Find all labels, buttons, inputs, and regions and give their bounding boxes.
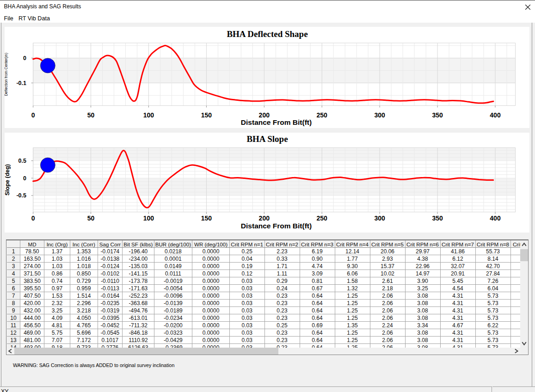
svg-text:150: 150 bbox=[201, 111, 212, 119]
svg-text:BHA Deflected Shape: BHA Deflected Shape bbox=[227, 29, 307, 39]
svg-text:0: 0 bbox=[23, 175, 26, 182]
svg-text:Slope (deg): Slope (deg) bbox=[5, 164, 11, 196]
svg-text:200: 200 bbox=[259, 214, 270, 222]
svg-text:400: 400 bbox=[490, 111, 501, 119]
svg-text:300: 300 bbox=[374, 214, 385, 222]
svg-text:150: 150 bbox=[201, 214, 212, 222]
svg-text:250: 250 bbox=[317, 111, 328, 119]
svg-text:Distance From Bit(ft): Distance From Bit(ft) bbox=[241, 222, 312, 230]
svg-text:400: 400 bbox=[490, 214, 501, 222]
svg-text:BHA Slope: BHA Slope bbox=[246, 134, 288, 144]
svg-text:350: 350 bbox=[432, 111, 443, 119]
svg-text:0: 0 bbox=[23, 55, 26, 61]
svg-text:-0.5: -0.5 bbox=[16, 192, 26, 199]
svg-text:300: 300 bbox=[374, 111, 385, 119]
svg-text:-0.1: -0.1 bbox=[16, 80, 26, 86]
svg-text:Distance From Bit(ft): Distance From Bit(ft) bbox=[241, 118, 312, 126]
svg-text:100: 100 bbox=[143, 214, 154, 222]
svg-text:250: 250 bbox=[317, 214, 328, 222]
svg-text:350: 350 bbox=[432, 214, 443, 222]
svg-text:50: 50 bbox=[87, 111, 95, 119]
svg-text:0: 0 bbox=[31, 214, 35, 222]
svg-text:0: 0 bbox=[31, 111, 35, 119]
svg-text:100: 100 bbox=[143, 111, 154, 119]
svg-text:0.5: 0.5 bbox=[18, 158, 26, 164]
svg-text:200: 200 bbox=[259, 111, 270, 119]
svg-text:50: 50 bbox=[87, 214, 95, 222]
svg-text:Deflection from Center(in): Deflection from Center(in) bbox=[5, 53, 8, 96]
